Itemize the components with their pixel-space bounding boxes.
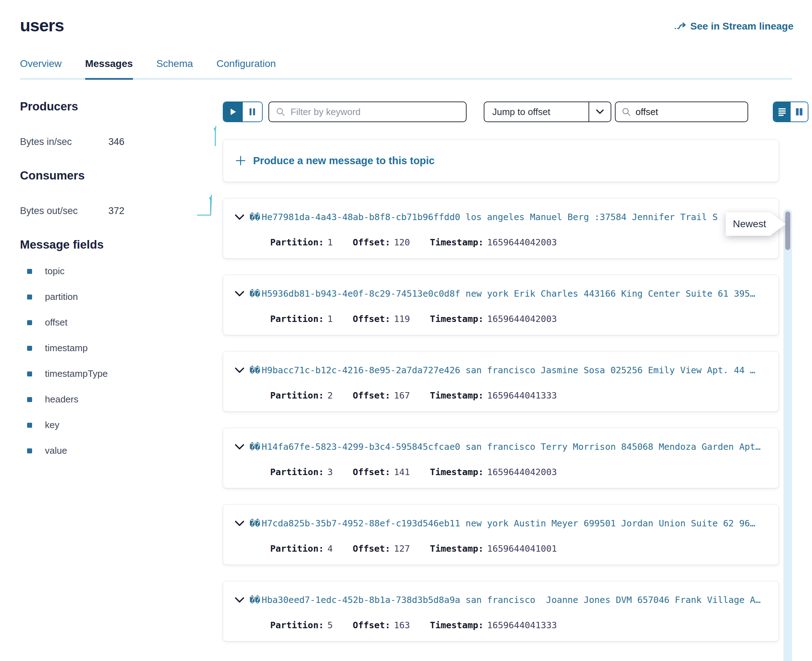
list-view-icon <box>778 107 786 116</box>
message-key-glyphs: �� <box>250 595 260 605</box>
filter-keyword-box <box>268 102 467 122</box>
partition-value: 1 <box>328 237 333 247</box>
message-key: H9bacc71c-b12c-4216-8e95-2a7da727e426 <box>262 365 460 375</box>
field-item-partition[interactable]: partition <box>20 291 223 302</box>
message-key: H5936db81-b943-4e0f-8c29-74513e0c0d8f <box>262 289 460 299</box>
message-row[interactable]: ��Hba30eed7-1edc-452b-8b1a-738d3b5d8a9a … <box>223 581 779 642</box>
partition-pair: Partition:2 <box>270 390 333 401</box>
timestamp-pair: Timestamp:1659644041333 <box>430 620 557 631</box>
list-view-button[interactable] <box>774 102 791 121</box>
field-item-timestampType[interactable]: timestampType <box>20 368 223 379</box>
square-bullet-icon <box>27 423 32 428</box>
timestamp-pair: Timestamp:1659644042003 <box>430 314 557 324</box>
message-summary[interactable]: ��H14fa67fe-5823-4299-b3c4-595845cfcae0 … <box>250 442 761 452</box>
partition-pair: Partition:5 <box>270 620 333 631</box>
message-key-glyphs: �� <box>250 518 260 528</box>
chevron-down-icon[interactable] <box>235 214 245 220</box>
partition-pair: Partition:1 <box>270 314 333 324</box>
message-summary[interactable]: ��H7cda825b-35b7-4952-88ef-c193d546eb11 … <box>250 518 755 528</box>
message-key: He77981da-4a43-48ab-b8f8-cb71b96ffdd0 <box>262 212 460 222</box>
scrollbar-thumb[interactable] <box>785 212 790 250</box>
chevron-down-icon[interactable] <box>588 102 610 121</box>
timestamp-value: 1659644041333 <box>487 620 557 631</box>
see-in-stream-lineage-link[interactable]: See in Stream lineage <box>674 21 793 32</box>
message-summary[interactable]: ��H9bacc71c-b12c-4216-8e95-2a7da727e426 … <box>250 365 755 375</box>
offset-value: 120 <box>394 237 410 247</box>
filter-keyword-input[interactable] <box>290 107 460 118</box>
square-bullet-icon <box>27 295 32 300</box>
search-icon <box>275 107 285 117</box>
content: Producers Bytes in/sec 346 Consumers Byt… <box>0 80 812 642</box>
offset-value: 119 <box>394 314 410 324</box>
square-bullet-icon <box>27 397 32 402</box>
newest-tooltip-label: Newest <box>726 212 786 236</box>
chevron-down-icon[interactable] <box>235 520 245 527</box>
search-icon <box>621 107 631 117</box>
field-item-headers[interactable]: headers <box>20 394 223 405</box>
message-summary[interactable]: ��He77981da-4a43-48ab-b8f8-cb71b96ffdd0 … <box>250 212 718 222</box>
tab-configuration[interactable]: Configuration <box>216 58 276 78</box>
field-item-offset[interactable]: offset <box>20 317 223 328</box>
timestamp-value: 1659644042003 <box>487 467 557 477</box>
play-icon <box>229 108 237 116</box>
message-fields-list: topic partition offset timestamp timesta… <box>20 266 223 456</box>
partition-value: 1 <box>328 314 333 324</box>
field-item-value[interactable]: value <box>20 445 223 456</box>
field-item-timestamp[interactable]: timestamp <box>20 343 223 354</box>
message-value-preview: san francisco Terry Morrison 845068 Mend… <box>466 442 761 452</box>
message-summary[interactable]: ��Hba30eed7-1edc-452b-8b1a-738d3b5d8a9a … <box>250 595 761 605</box>
play-button[interactable] <box>224 102 243 121</box>
jump-to-offset-select[interactable]: Jump to offset <box>484 102 611 122</box>
jump-to-offset-label: Jump to offset <box>484 107 588 118</box>
offset-value: 167 <box>394 390 410 401</box>
timestamp-value: 1659644042003 <box>487 237 557 247</box>
offset-pair: Offset:141 <box>353 467 410 477</box>
offset-search-box <box>615 102 748 122</box>
message-row[interactable]: ��H7cda825b-35b7-4952-88ef-c193d546eb11 … <box>223 504 779 565</box>
offset-value: 141 <box>394 467 410 477</box>
view-mode-toggle <box>773 102 809 122</box>
chevron-down-icon[interactable] <box>235 597 245 603</box>
square-bullet-icon <box>27 320 32 325</box>
message-key-glyphs: �� <box>250 289 260 299</box>
tab-messages[interactable]: Messages <box>85 58 133 78</box>
timestamp-pair: Timestamp:1659644041333 <box>430 390 557 401</box>
message-row[interactable]: ��H9bacc71c-b12c-4216-8e95-2a7da727e426 … <box>223 351 779 412</box>
bytes-out-value: 372 <box>108 206 124 217</box>
tab-overview[interactable]: Overview <box>20 58 62 78</box>
columns-view-button[interactable] <box>791 102 808 121</box>
partition-value: 2 <box>328 390 333 401</box>
dashed-arrow-right-icon <box>674 22 686 31</box>
columns-view-icon <box>795 107 803 116</box>
offset-pair: Offset:119 <box>353 314 410 324</box>
message-summary[interactable]: ��H5936db81-b943-4e0f-8c29-74513e0c0d8f … <box>250 289 755 299</box>
field-item-key[interactable]: key <box>20 420 223 431</box>
scrollbar-track[interactable] <box>783 209 792 661</box>
bytes-out-label: Bytes out/sec <box>20 206 108 217</box>
offset-value: 163 <box>394 620 410 631</box>
chevron-down-icon[interactable] <box>235 367 245 374</box>
timestamp-pair: Timestamp:1659644042003 <box>430 467 557 477</box>
field-item-topic[interactable]: topic <box>20 266 223 277</box>
consumers-heading: Consumers <box>20 169 223 182</box>
pause-icon <box>249 108 256 116</box>
offset-search-input[interactable] <box>636 107 742 118</box>
square-bullet-icon <box>27 269 32 274</box>
live-consume-toggle <box>223 102 263 122</box>
chevron-down-icon[interactable] <box>235 291 245 297</box>
timestamp-value: 1659644041001 <box>487 543 557 554</box>
message-key-glyphs: �� <box>250 212 260 222</box>
chevron-down-icon[interactable] <box>235 444 245 450</box>
produce-message-button[interactable]: Produce a new message to this topic <box>223 139 779 182</box>
message-row[interactable]: ��He77981da-4a43-48ab-b8f8-cb71b96ffdd0 … <box>223 198 779 259</box>
page-title: users <box>20 16 64 35</box>
message-row[interactable]: ��H14fa67fe-5823-4299-b3c4-595845cfcae0 … <box>223 428 779 488</box>
tab-schema[interactable]: Schema <box>157 58 193 78</box>
message-row[interactable]: ��H5936db81-b943-4e0f-8c29-74513e0c0d8f … <box>223 275 779 335</box>
offset-value: 127 <box>394 543 410 554</box>
message-key: Hba30eed7-1edc-452b-8b1a-738d3b5d8a9a <box>262 595 460 605</box>
pause-button[interactable] <box>243 102 262 121</box>
offset-pair: Offset:127 <box>353 543 410 554</box>
square-bullet-icon <box>27 346 32 351</box>
message-value-preview: los angeles Manuel Berg :37584 Jennifer … <box>466 212 718 222</box>
